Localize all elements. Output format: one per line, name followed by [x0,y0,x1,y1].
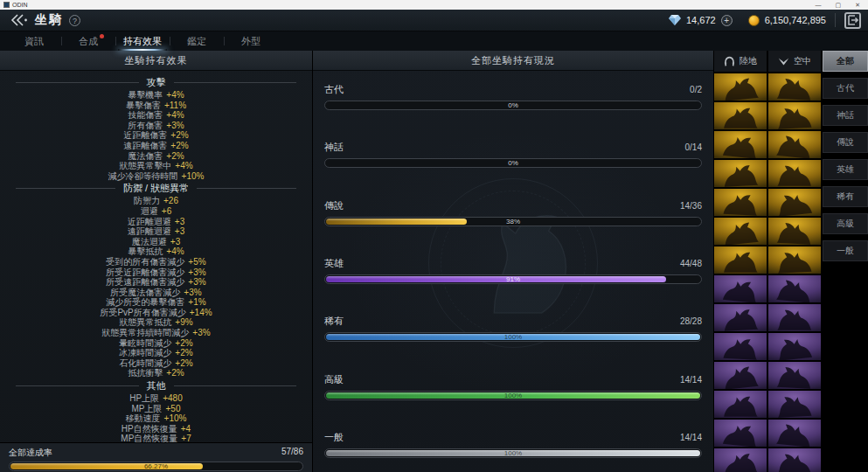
grade-progress-bar: 100% [324,448,702,458]
mount-silhouette-icon [719,247,761,274]
grade-row-header: 古代0/2 [324,83,702,96]
add-diamond-button[interactable]: + [721,15,733,26]
grade-filter-稀有[interactable]: 稀有 [823,186,868,207]
grade-filter-傳說[interactable]: 傳說 [823,132,868,153]
grade-filter-全部[interactable]: 全部 [823,51,868,72]
stat-label: 減少所受的暴擊傷害 [106,297,184,307]
mount-thumbnail[interactable] [768,160,821,187]
stat-value: +26 [163,196,178,205]
mount-thumbnail[interactable] [768,131,821,158]
stat-label: 近距離迴避 [128,217,171,226]
mount-silhouette-icon [774,449,816,472]
stat-line: 遠距離傷害+2% [0,141,312,151]
tab-合成[interactable]: 合成 [61,31,115,51]
mount-thumbnail[interactable] [768,189,821,216]
mount-thumbnail[interactable] [714,333,767,360]
mount-thumbnail[interactable] [768,362,821,389]
grade-row-header: 稀有28/28 [324,315,702,328]
mount-thumbnail[interactable] [714,246,767,274]
mount-thumbnail[interactable] [768,391,821,418]
stat-line: 魔法迴避+3 [0,237,312,247]
grade-progress-fill [326,276,666,282]
grade-progress-fill [326,334,700,340]
mount-silhouette-icon [773,275,817,302]
grade-progress-bar: 0% [324,101,702,110]
back-button[interactable] [7,11,33,29]
mount-silhouette-icon [719,420,763,447]
stat-line: 所受遠距離傷害減少+3% [0,277,312,288]
tab-資訊[interactable]: 資訊 [7,31,61,51]
grade-filter-高級[interactable]: 高級 [823,213,868,234]
stat-line: 魔法傷害+2% [0,151,312,162]
mount-type-tab-label: 陸地 [740,55,757,67]
mount-type-tab-空中[interactable]: 空中 [768,51,821,72]
grade-filter-古代[interactable]: 古代 [823,78,868,99]
stat-label: 石化時間減少 [119,358,171,368]
tab-外型[interactable]: 外型 [224,31,278,51]
mount-thumbnail[interactable] [714,189,767,216]
mount-thumbnail[interactable] [768,102,821,129]
grade-progress-bar: 100% [324,332,702,342]
tab-鑑定[interactable]: 鑑定 [170,31,224,51]
stat-value: +3 [175,226,184,236]
mount-thumbnail[interactable] [714,362,767,389]
exit-door-icon [848,15,858,25]
stat-label: 暴擊抵抗 [128,246,163,256]
mount-thumbnail[interactable] [714,218,767,245]
grade-progress-row: 稀有28/28100% [324,315,702,342]
stat-line: 減少冷卻等待時間+10% [0,171,312,182]
section-header: 防禦 / 狀態異常 [16,183,296,194]
mount-thumbnail[interactable] [768,246,821,274]
mount-silhouette-icon [719,131,763,158]
mount-thumbnail[interactable] [714,448,767,472]
diamond-currency-icon [669,15,681,25]
close-button[interactable]: ✕ [855,0,860,10]
stat-line: MP自然恢復量+7 [0,434,312,442]
mount-grid-area: 陸地空中 [714,51,821,472]
mount-thumbnail[interactable] [768,333,821,360]
mount-thumbnail[interactable] [768,73,821,101]
minimize-button[interactable]: — [816,0,822,10]
stat-line: 抵抗衝擊+2% [0,368,312,378]
grade-row-header: 神話0/14 [324,141,702,154]
stat-label: 移動速度 [126,413,161,423]
total-achievement-count: 57/86 [281,447,303,459]
mount-thumbnail[interactable] [714,391,767,418]
mount-thumbnail[interactable] [714,131,767,158]
help-icon[interactable]: ? [69,15,80,26]
total-achievement-section: 全部達成率 57/86 66.27% [0,442,312,472]
mount-type-tab-陸地[interactable]: 陸地 [714,51,767,72]
mount-silhouette-icon [773,391,816,418]
mount-thumbnail[interactable] [714,160,767,187]
mount-thumbnail[interactable] [714,73,767,101]
stat-label: 所受遠距離傷害減少 [106,277,184,287]
tab-label: 持有效果 [123,35,162,48]
mount-thumbnail[interactable] [768,420,821,447]
mount-thumbnail[interactable] [714,102,767,129]
maximize-button[interactable]: ▢ [836,0,842,10]
stat-value: +2% [166,368,184,378]
grade-progress-fill [326,392,700,399]
grade-progress-bar: 91% [324,274,702,284]
mount-thumbnail[interactable] [714,420,767,447]
mount-silhouette-icon [719,103,761,129]
mount-silhouette-icon [719,392,761,418]
mount-thumbnail[interactable] [768,304,821,331]
stat-line: 技能傷害+4% [0,110,312,121]
grade-filter-神話[interactable]: 神話 [823,105,868,126]
tab-持有效果[interactable]: 持有效果 [115,31,170,51]
mount-thumbnail[interactable] [714,304,767,331]
mount-thumbnail[interactable] [768,448,821,472]
stat-label: 受到的所有傷害減少 [106,257,184,267]
mount-thumbnail[interactable] [714,275,767,302]
grade-filter-一般[interactable]: 一般 [823,240,868,261]
exit-button[interactable] [844,12,861,29]
grade-filter-list: 全部古代神話傳說英雄稀有高級一般 [823,51,868,472]
stat-line: 暴擊抵抗+4% [0,246,312,257]
mount-tab-bar: 資訊合成持有效果鑑定外型 [0,31,868,51]
mount-thumbnail[interactable] [768,275,821,302]
stat-line: 石化時間減少+2% [0,358,312,369]
grade-filter-英雄[interactable]: 英雄 [823,159,868,180]
grade-label: 傳說 [324,199,344,212]
mount-thumbnail[interactable] [768,218,821,245]
